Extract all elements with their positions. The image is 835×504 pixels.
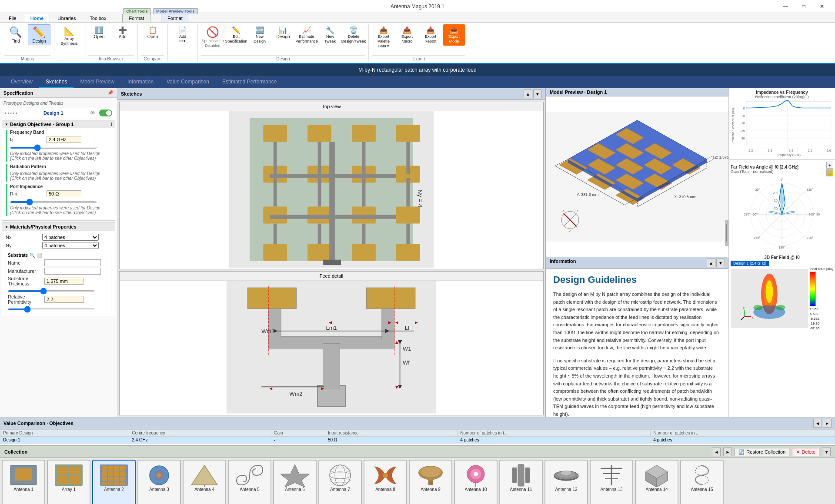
delete-icon: ✕ (796, 449, 800, 455)
tab-estimated-performance[interactable]: Estimated Performance (216, 76, 283, 88)
info-scroll-up[interactable]: ▲ (707, 259, 715, 267)
export-report-btn[interactable]: 📤 ExportReport (419, 24, 442, 46)
info-scroll-down[interactable]: ▼ (716, 259, 725, 267)
substrate-name-input[interactable] (44, 259, 101, 266)
thickness-slider[interactable] (8, 290, 95, 292)
rin-slider[interactable] (10, 201, 97, 203)
perm-slider[interactable] (8, 308, 95, 310)
collection-item-10[interactable]: Antenna 10 (454, 460, 498, 504)
far-field-zoom-btn[interactable]: + (826, 162, 833, 169)
tab-model-format[interactable]: Format (161, 14, 189, 22)
panel-divider[interactable] (725, 220, 728, 246)
tab-file[interactable]: File (2, 14, 23, 22)
f0-input[interactable] (47, 136, 81, 143)
export-macro-btn[interactable]: 📤 ExportMacro (396, 24, 418, 46)
collection-item-11[interactable]: Antenna 11 (499, 460, 543, 504)
svg-text:2.5: 2.5 (808, 149, 812, 153)
f0-slider[interactable] (10, 147, 97, 149)
collection-item-1[interactable]: Array 1 (47, 460, 90, 504)
scroll-up-btn[interactable]: ▲ (524, 90, 532, 98)
export-palette-btn[interactable]: 📤 ExportPalette Data ▾ (372, 24, 395, 50)
tab-model-preview[interactable]: Model Preview (73, 76, 121, 88)
collection-item-2[interactable]: Antenna 2 (92, 460, 136, 504)
collection-item-6[interactable]: Antenna 6 (273, 460, 317, 504)
ny-label: Ny (6, 243, 40, 248)
collection-item-0[interactable]: Antenna 1 (2, 460, 45, 504)
delete-btn[interactable]: 🗑️ DeleteDesign/Tweak (342, 24, 365, 46)
find-btn[interactable]: 🔍 Find (4, 24, 27, 45)
tab-value-comparison[interactable]: Value Comparison (160, 76, 216, 88)
substrate-thickness-input[interactable] (44, 278, 84, 285)
collection-item-8[interactable]: Antenna 8 (364, 460, 407, 504)
comp-scroll-left[interactable]: ◄ (813, 419, 822, 428)
relative-perm-row: RelativePermittivity (8, 294, 109, 305)
relative-perm-input[interactable] (44, 296, 84, 303)
design1-name[interactable]: Design 1 (43, 110, 63, 116)
svg-rect-43 (247, 288, 297, 309)
tab-home[interactable]: Home (24, 14, 50, 22)
minimize-btn[interactable]: — (777, 2, 794, 11)
delete-collection-btn[interactable]: ✕ Delete (792, 448, 819, 456)
add-btn[interactable]: ➕ Add (111, 24, 134, 41)
tab-sketches[interactable]: Sketches (39, 76, 73, 88)
new-design-btn[interactable]: 🆕 NewDesign (248, 24, 271, 46)
svg-text:0: 0 (743, 107, 745, 110)
open-compare-btn[interactable]: 📋 Open (141, 24, 164, 41)
svg-rect-19 (270, 174, 396, 178)
collection-item-9[interactable]: Antenna 9 (409, 460, 452, 504)
tab-toolbox[interactable]: Toolbox (83, 14, 113, 22)
tab-overview[interactable]: Overview (4, 76, 39, 88)
collection-next-btn[interactable]: ► (723, 448, 732, 456)
design1-toggle[interactable] (99, 109, 112, 116)
collection-item-13[interactable]: Antenna 13 (590, 460, 633, 504)
rin-input[interactable] (47, 190, 81, 197)
add-to-btn[interactable]: 📄 Addto ▾ (171, 24, 194, 45)
substrate-manufacturer-input[interactable] (44, 268, 101, 275)
comp-scroll-right[interactable]: ► (823, 419, 832, 428)
color-scale-bar (810, 272, 816, 306)
tab-information[interactable]: Information (121, 76, 160, 88)
tab-chart-format[interactable]: Format (122, 14, 150, 22)
scroll-down-btn[interactable]: ▼ (533, 90, 542, 98)
spec-pin-icon[interactable]: 📌 (107, 90, 114, 96)
edit-spec-btn[interactable]: ✏️ EditSpecification (225, 24, 247, 46)
magus-group-label: Magus (4, 55, 50, 61)
spec-disabled-btn[interactable]: 🚫 SpecificationDisabled (201, 24, 224, 50)
materials-header[interactable]: ▼ Materials/Physical Properties (2, 223, 115, 231)
collection-expand-btn[interactable]: ▾ (822, 448, 831, 456)
collection-item-12[interactable]: Antenna 12 (544, 460, 588, 504)
collection-item-5[interactable]: Antenna 5 (228, 460, 271, 504)
add-icon: ➕ (118, 26, 127, 34)
collection-item-7[interactable]: Antenna 7 (318, 460, 362, 504)
collection-item-3[interactable]: Antenna 3 (137, 460, 181, 504)
restore-collection-btn[interactable]: 🔄 Restore Collection (735, 448, 789, 456)
objectives-header[interactable]: ▼ Design Objectives · Group 1 ℹ (2, 120, 115, 128)
substrate-search-icon[interactable]: 🔍 (30, 253, 35, 258)
collection-item-4[interactable]: Antenna 4 (183, 460, 226, 504)
substrate-add-icon[interactable]: ⬜ (37, 253, 42, 258)
objectives-info-icon[interactable]: ℹ (110, 122, 112, 127)
tab-libraries[interactable]: Libraries (51, 14, 82, 22)
eye-icon[interactable]: 👁 (90, 109, 96, 116)
estimate-perf-btn[interactable]: 📈 EstimatePerformance (295, 24, 318, 46)
freq-band-label: Frequency Band (10, 130, 111, 135)
far-field-3d-svg: x z (731, 267, 808, 330)
ribbon-group-design: 🚫 SpecificationDisabled ✏️ EditSpecifica… (198, 24, 369, 61)
close-btn[interactable]: ✕ (813, 2, 831, 11)
array-synthesis-btn[interactable]: 📐 ArraySynthesis (58, 24, 80, 48)
maximize-btn[interactable]: □ (795, 2, 812, 11)
nx-select[interactable]: 4 patches (42, 234, 99, 241)
design-action-btn[interactable]: 📊 Design (272, 24, 294, 41)
design-btn[interactable]: ✏️ Design (28, 24, 50, 45)
collection-item-15[interactable]: Antenna 15 (680, 460, 724, 504)
collection-prev-btn[interactable]: ◄ (712, 448, 721, 456)
far-field-lock-btn[interactable]: 🔒 (826, 169, 833, 176)
open-info-btn[interactable]: ℹ️ Open (88, 24, 110, 41)
new-tweak-btn[interactable]: 🔧 NewTweak (319, 24, 341, 46)
window-controls[interactable]: — □ ✕ (777, 2, 831, 11)
ny-select[interactable]: 4 patches (42, 242, 99, 249)
collection-item-14[interactable]: Antenna 14 (635, 460, 678, 504)
export-mode-btn[interactable]: 📤 ExportMode (443, 24, 465, 46)
svg-rect-15 (307, 244, 331, 261)
svg-text:▼: ▼ (394, 385, 399, 390)
